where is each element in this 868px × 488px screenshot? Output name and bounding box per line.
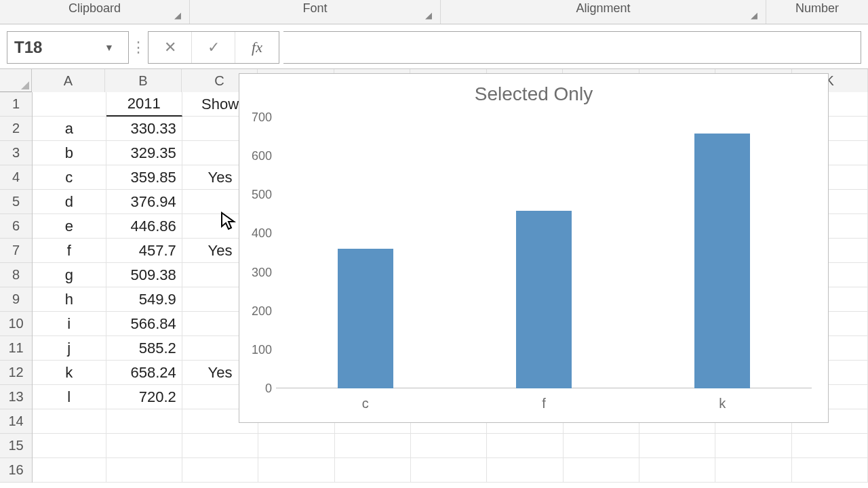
chart-y-tick: 100 [245, 342, 272, 357]
cell[interactable]: i [33, 312, 106, 336]
chart-title[interactable]: Selected Only [239, 83, 828, 105]
cell[interactable]: 330.33 [106, 117, 182, 141]
separator: ⋮ [129, 39, 148, 56]
x-icon: ✕ [164, 39, 176, 56]
cell[interactable] [33, 458, 106, 483]
table-row [33, 434, 868, 458]
row-header[interactable]: 9 [0, 287, 32, 312]
ribbon-group-label: Alignment [576, 1, 630, 16]
row-header[interactable]: 1 [0, 92, 32, 117]
cell[interactable] [182, 458, 258, 483]
row-header[interactable]: 2 [0, 117, 32, 141]
name-box[interactable]: ▼ [7, 31, 129, 64]
column-header[interactable]: B [105, 69, 181, 92]
cell[interactable]: h [33, 287, 106, 312]
cell[interactable] [487, 434, 563, 458]
cell[interactable]: a [33, 117, 106, 141]
cell[interactable] [564, 458, 639, 483]
ribbon-group-label: Clipboard [68, 1, 121, 16]
cell[interactable] [487, 458, 563, 483]
worksheet-grid[interactable]: ABCDEFGHIJK 12345678910111213141516 2011… [0, 69, 868, 488]
column-header[interactable]: A [32, 69, 106, 92]
row-header[interactable]: 8 [0, 263, 32, 287]
row-header[interactable]: 3 [0, 141, 32, 165]
cell[interactable]: k [33, 361, 106, 385]
cell[interactable] [106, 409, 182, 434]
cell[interactable]: e [33, 214, 106, 239]
ribbon-group-clipboard[interactable]: Clipboard ◢ [0, 0, 190, 24]
row-header[interactable]: 6 [0, 214, 32, 239]
cell[interactable]: b [33, 141, 106, 165]
row-headers[interactable]: 12345678910111213141516 [0, 92, 33, 483]
cell[interactable]: 658.24 [106, 361, 182, 385]
cell[interactable] [639, 434, 715, 458]
cell[interactable] [33, 92, 106, 117]
cell[interactable]: 359.85 [106, 165, 182, 190]
cell[interactable]: g [33, 263, 106, 287]
cell[interactable]: 566.84 [106, 312, 182, 336]
cell[interactable] [106, 458, 182, 483]
row-header[interactable]: 11 [0, 336, 32, 361]
row-header[interactable]: 14 [0, 409, 32, 434]
embedded-chart[interactable]: Selected Only 0100200300400500600700cfk [239, 73, 829, 423]
cell[interactable] [33, 434, 106, 458]
chart-y-tick: 400 [245, 226, 272, 241]
ribbon-group-number[interactable]: Number [766, 0, 868, 24]
cell[interactable]: 549.9 [106, 287, 182, 312]
cell[interactable] [715, 458, 791, 483]
cell[interactable]: 2011 [106, 92, 182, 117]
dialog-launcher-icon[interactable]: ◢ [425, 10, 436, 21]
row-header[interactable]: 12 [0, 361, 32, 385]
cell[interactable]: 720.2 [106, 385, 182, 409]
chart-bar[interactable] [516, 211, 572, 388]
ribbon-group-label: Number [795, 1, 839, 16]
chevron-down-icon[interactable]: ▼ [96, 42, 123, 53]
cell[interactable] [106, 434, 182, 458]
cell[interactable] [258, 434, 334, 458]
cell[interactable]: 585.2 [106, 336, 182, 361]
cell[interactable] [792, 458, 868, 483]
cell[interactable]: f [33, 239, 106, 263]
cancel-button[interactable]: ✕ [149, 32, 192, 63]
row-header[interactable]: 5 [0, 190, 32, 214]
row-header[interactable]: 7 [0, 239, 32, 263]
cell[interactable] [639, 458, 715, 483]
cell[interactable]: c [33, 165, 106, 190]
cell[interactable]: l [33, 385, 106, 409]
chart-y-tick: 0 [245, 382, 272, 396]
cell[interactable] [258, 458, 334, 483]
row-header[interactable]: 10 [0, 312, 32, 336]
ribbon-group-font[interactable]: Font ◢ [190, 0, 441, 24]
dialog-launcher-icon[interactable]: ◢ [751, 10, 762, 21]
chart-bar[interactable] [694, 134, 750, 388]
cell[interactable] [792, 434, 868, 458]
cell[interactable] [335, 458, 411, 483]
row-header[interactable]: 15 [0, 434, 32, 458]
select-all-corner[interactable] [0, 69, 32, 92]
cell[interactable] [564, 434, 639, 458]
cell[interactable] [182, 434, 258, 458]
row-header[interactable]: 16 [0, 458, 32, 483]
row-header[interactable]: 13 [0, 385, 32, 409]
cell[interactable]: 329.35 [106, 141, 182, 165]
cell[interactable] [715, 434, 791, 458]
cell[interactable] [411, 434, 487, 458]
cell[interactable] [335, 434, 411, 458]
insert-function-button[interactable]: fx [235, 32, 279, 63]
dialog-launcher-icon[interactable]: ◢ [174, 10, 185, 21]
ribbon-group-alignment[interactable]: Alignment ◢ [441, 0, 766, 24]
cell[interactable]: 509.38 [106, 263, 182, 287]
cell[interactable]: d [33, 190, 106, 214]
cell[interactable]: 457.7 [106, 239, 182, 263]
formula-input[interactable] [283, 31, 861, 64]
cell[interactable]: j [33, 336, 106, 361]
row-header[interactable]: 4 [0, 165, 32, 190]
enter-button[interactable]: ✓ [192, 32, 235, 63]
cell[interactable] [411, 458, 487, 483]
chart-bar[interactable] [338, 249, 393, 388]
name-box-input[interactable] [7, 38, 96, 57]
cell[interactable]: 446.86 [106, 214, 182, 239]
cell[interactable] [33, 409, 106, 434]
chart-plot-area[interactable]: 0100200300400500600700cfk [276, 117, 812, 388]
cell[interactable]: 376.94 [106, 190, 182, 214]
